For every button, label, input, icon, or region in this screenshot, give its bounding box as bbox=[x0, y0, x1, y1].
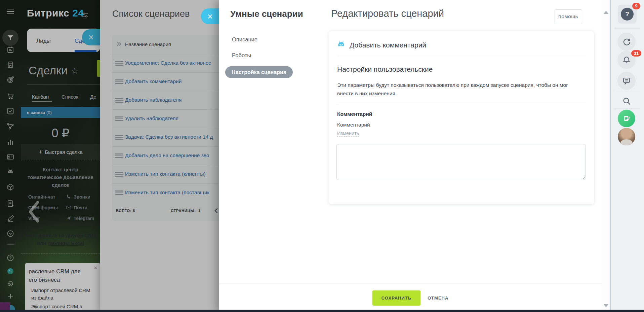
bottom-edge bbox=[0, 310, 644, 312]
divider bbox=[337, 104, 586, 104]
slider-backdrop[interactable] bbox=[0, 0, 219, 312]
divider bbox=[337, 56, 586, 56]
save-button[interactable]: СОХРАНИТЬ bbox=[372, 290, 420, 306]
nav-description[interactable]: Описание bbox=[232, 36, 257, 43]
search-icon bbox=[622, 97, 631, 106]
slider-title: Умные сценарии bbox=[230, 9, 303, 19]
user-settings-title: Настройки пользовательские bbox=[337, 65, 433, 73]
messenger-button[interactable] bbox=[617, 72, 636, 90]
change-link[interactable]: Изменить bbox=[337, 131, 359, 137]
bitrix24-app: ? Битрикс 24 Лиды Сделки Сделки ☆ Канбан… bbox=[0, 0, 644, 312]
field-label: Комментарий bbox=[337, 122, 370, 128]
field-title: Комментарий bbox=[337, 111, 372, 117]
slider-close-button[interactable] bbox=[201, 8, 219, 24]
help-button[interactable]: ПОМОЩЬ bbox=[555, 9, 582, 24]
refresh-icon bbox=[622, 37, 631, 46]
nav-scenario-settings-active[interactable]: Настройка сценария bbox=[225, 66, 293, 78]
user-avatar[interactable] bbox=[618, 128, 635, 145]
cancel-button[interactable]: ОТМЕНА bbox=[428, 290, 448, 306]
help-badge: 9 bbox=[632, 2, 641, 10]
scroll-down-icon[interactable] bbox=[604, 304, 608, 307]
divider bbox=[614, 91, 640, 91]
updates-button[interactable] bbox=[617, 33, 636, 51]
scroll-up-icon[interactable] bbox=[604, 11, 608, 14]
edit-scenario-title: Редактировать сценарий bbox=[331, 8, 444, 19]
scrollbar[interactable] bbox=[602, 0, 610, 312]
nav-robots[interactable]: Роботы bbox=[232, 52, 251, 59]
settings-description: Эти параметры будут показываться пользов… bbox=[337, 81, 569, 98]
chat-transfer-icon bbox=[622, 76, 631, 85]
question-icon: ? bbox=[621, 8, 634, 21]
scenario-settings-card: Добавить комментарий Настройки пользоват… bbox=[329, 31, 594, 204]
search-button[interactable] bbox=[622, 97, 631, 106]
slider-footer: СОХРАНИТЬ ОТМЕНА bbox=[219, 283, 602, 310]
robot-icon bbox=[336, 40, 346, 50]
notifications-badge: 31 bbox=[631, 49, 642, 57]
divider bbox=[614, 28, 640, 29]
news-icon bbox=[622, 114, 631, 123]
divider bbox=[614, 108, 640, 109]
feed-button[interactable] bbox=[618, 110, 635, 127]
rail-separator bbox=[610, 0, 610, 312]
right-rail: ? 9 31 bbox=[610, 0, 644, 312]
bell-icon bbox=[622, 56, 631, 64]
smart-scenario-slider: Умные сценарии Описание Роботы Настройка… bbox=[219, 0, 602, 312]
comment-textarea[interactable] bbox=[336, 144, 586, 180]
close-icon bbox=[207, 13, 213, 20]
robot-action-title: Добавить комментарий bbox=[350, 41, 426, 49]
